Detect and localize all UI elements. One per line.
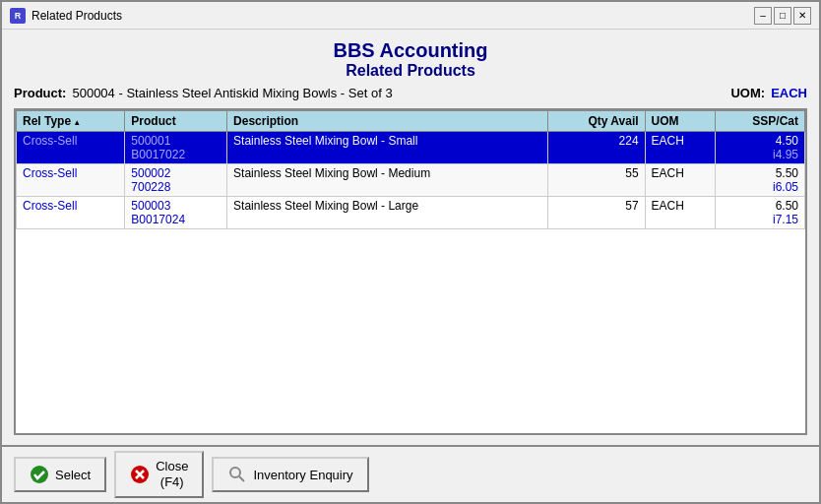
uom-cell: EACH (645, 164, 715, 197)
ssp-cat-cell: 4.50 i4.95 (715, 132, 804, 164)
rel-type-cell: Cross-Sell (17, 164, 125, 197)
related-products-table: Rel Type▲ Product Description Qty Avail … (16, 110, 805, 229)
product-info-row: Product: 500004 - Stainless Steel Antisk… (14, 86, 807, 100)
window-title: Related Products (32, 9, 122, 23)
footer-bar: Select Close (F4) Invento (2, 445, 819, 502)
minimize-button[interactable]: – (754, 7, 772, 25)
svg-line-5 (239, 476, 244, 481)
uom-cell: EACH (645, 197, 715, 229)
close-button-footer[interactable]: Close (F4) (114, 451, 204, 497)
window-icon: R (10, 8, 26, 24)
table-container: Rel Type▲ Product Description Qty Avail … (14, 108, 807, 435)
description-cell: Stainless Steel Mixing Bowl - Medium (227, 164, 548, 197)
table-row[interactable]: Cross-Sell 500003 B0017024 Stainless Ste… (17, 197, 805, 229)
uom-cell: EACH (645, 132, 715, 164)
col-header-ssp-cat: SSP/Cat (715, 111, 804, 132)
title-bar-controls: – □ ✕ (754, 7, 811, 25)
close-button[interactable]: ✕ (793, 7, 811, 25)
table-header-row: Rel Type▲ Product Description Qty Avail … (17, 111, 805, 132)
product-value: 500004 - Stainless Steel Antiskid Mixing… (72, 86, 392, 100)
maximize-button[interactable]: □ (774, 7, 791, 25)
product-cell: 500001 B0017022 (125, 132, 227, 164)
uom-label: UOM: (730, 86, 765, 100)
rel-type-cell: Cross-Sell (17, 132, 125, 164)
qty-avail-cell: 57 (548, 197, 645, 229)
product-label: Product: (14, 86, 66, 100)
title-bar-left: R Related Products (10, 8, 122, 24)
select-button[interactable]: Select (14, 457, 106, 492)
col-header-rel-type: Rel Type▲ (17, 111, 125, 132)
uom-value: EACH (771, 86, 807, 100)
description-cell: Stainless Steel Mixing Bowl - Large (227, 197, 548, 229)
app-name: BBS Accounting (14, 39, 807, 62)
product-cell: 500002 700228 (125, 164, 227, 197)
x-icon (130, 465, 150, 484)
qty-avail-cell: 224 (548, 132, 645, 164)
main-content: BBS Accounting Related Products Product:… (2, 30, 819, 445)
sort-arrow-icon: ▲ (73, 118, 81, 127)
product-info-left: Product: 500004 - Stainless Steel Antisk… (14, 86, 393, 100)
uom-section: UOM: EACH (730, 86, 807, 100)
col-header-description: Description (227, 111, 548, 132)
ssp-cat-cell: 6.50 i7.15 (715, 197, 804, 229)
title-bar: R Related Products – □ ✕ (2, 2, 819, 30)
qty-avail-cell: 55 (548, 164, 645, 197)
check-icon (30, 465, 49, 484)
rel-type-cell: Cross-Sell (17, 197, 125, 229)
svg-point-4 (230, 468, 240, 477)
inventory-label: Inventory Enquiry (253, 468, 352, 482)
col-header-qty-avail: Qty Avail (548, 111, 645, 132)
main-window: R Related Products – □ ✕ BBS Accounting … (0, 0, 821, 504)
search-icon (227, 465, 247, 484)
close-label: Close (156, 459, 188, 474)
select-label: Select (55, 468, 91, 482)
ssp-cat-cell: 5.50 i6.05 (715, 164, 804, 197)
main-title-block: BBS Accounting Related Products (14, 39, 807, 80)
col-header-uom: UOM (645, 111, 715, 132)
table-body: Cross-Sell 500001 B0017022 Stainless Ste… (17, 132, 805, 229)
close-label-block: Close (F4) (156, 459, 188, 489)
product-cell: 500003 B0017024 (125, 197, 227, 229)
table-row[interactable]: Cross-Sell 500002 700228 Stainless Steel… (17, 164, 805, 197)
page-subtitle: Related Products (14, 62, 807, 80)
close-shortcut: (F4) (160, 474, 184, 490)
svg-point-0 (31, 466, 48, 483)
inventory-enquiry-button[interactable]: Inventory Enquiry (212, 457, 368, 492)
col-header-product: Product (125, 111, 227, 132)
table-row[interactable]: Cross-Sell 500001 B0017022 Stainless Ste… (17, 132, 805, 164)
description-cell: Stainless Steel Mixing Bowl - Small (227, 132, 548, 164)
